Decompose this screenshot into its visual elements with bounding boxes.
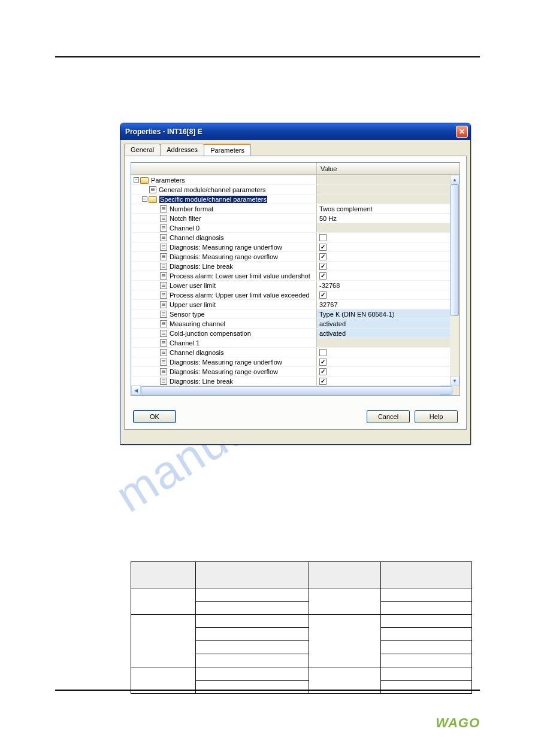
checkbox[interactable]: ✓ [319,368,327,375]
parameter-label-cell: Process alarm: Lower user limit value un… [131,271,317,280]
checkbox[interactable] [319,349,327,356]
parameter-label-cell: Measuring channel [131,319,317,328]
tree-specific-value [317,195,460,204]
parameter-value-cell[interactable]: Twos complement [317,204,460,213]
horizontal-scrollbar[interactable]: ◀ ▶ [131,385,460,395]
parameter-label: Notch filter [170,215,201,222]
tab-parameters[interactable]: Parameters [204,144,251,156]
parameter-row[interactable]: Diagnosis: Line break✓ [131,376,460,385]
parameter-row[interactable]: Channel 0 [131,223,460,232]
collapse-icon[interactable]: − [142,196,147,202]
parameter-row[interactable]: Diagnosis: Line break✓ [131,261,460,271]
parameter-value: 50 Hz [319,215,337,222]
tree-root-value [317,175,460,184]
tree-root-label: Parameters [151,177,185,184]
parameter-value-cell[interactable] [317,348,460,357]
checkbox[interactable] [319,234,327,241]
tab-addresses[interactable]: Addresses [160,144,204,156]
parameter-label: Channel diagnosis [170,234,224,241]
parameter-value-cell[interactable]: ✓ [317,357,460,366]
parameter-label: Diagnosis: Measuring range underflow [170,244,282,251]
scroll-thumb-h[interactable] [141,386,452,394]
parameter-label-cell: Diagnosis: Measuring range underflow [131,242,317,251]
parameter-label-cell: Diagnosis: Measuring range overflow [131,367,317,376]
parameter-value-cell[interactable]: 50 Hz [317,214,460,223]
checkbox[interactable]: ✓ [319,244,327,251]
parameter-value-cell[interactable]: ✓ [317,377,460,385]
parameter-row[interactable]: Diagnosis: Measuring range overflow✓ [131,251,460,261]
parameter-value-cell[interactable]: 32767 [317,300,460,309]
collapse-icon[interactable]: − [134,177,139,183]
parameter-value-cell[interactable]: ✓ [317,252,460,261]
scroll-up-icon[interactable]: ▲ [450,175,460,184]
checkbox[interactable]: ✓ [319,359,327,366]
tree-general-label: General module/channel parameters [159,186,266,193]
parameter-value-cell[interactable]: ✓ [317,242,460,251]
parameter-label: Diagnosis: Measuring range underflow [170,359,282,366]
parameter-row[interactable]: Channel diagnosis [131,347,460,357]
scroll-thumb[interactable] [451,184,459,316]
parameter-grid: Value − Parameters General module/channe… [131,162,460,396]
parameter-row[interactable]: Cold-junction compensationactivated [131,328,460,338]
document-icon [160,349,167,356]
checkbox[interactable]: ✓ [319,253,327,260]
parameter-label: Diagnosis: Line break [170,378,233,385]
parameter-label-cell: Diagnosis: Line break [131,262,317,271]
parameter-value-cell[interactable]: activated [317,319,460,328]
grid-header-value: Value [317,163,460,174]
parameter-row[interactable]: Process alarm: Lower user limit value un… [131,271,460,280]
parameter-value-cell[interactable]: activated [317,329,460,338]
parameter-value-cell[interactable]: ✓ [317,290,460,299]
parameter-row[interactable]: Measuring channelactivated [131,318,460,328]
properties-dialog: Properties - INT16[8] E ✕ General Addres… [120,123,471,445]
parameter-label: Diagnosis: Measuring range overflow [170,253,278,260]
tree-root[interactable]: − Parameters [131,175,460,184]
checkbox[interactable]: ✓ [319,272,327,280]
cancel-button[interactable]: Cancel [367,410,410,423]
parameter-value-cell[interactable]: -32768 [317,281,460,290]
document-icon [160,205,167,212]
scroll-left-icon[interactable]: ◀ [131,385,141,395]
parameter-label: Process alarm: Lower user limit value un… [170,272,310,280]
tree-specific-branch[interactable]: − Specific module/channel parameters [131,194,460,204]
parameter-row[interactable]: Diagnosis: Measuring range overflow✓ [131,366,460,376]
scroll-down-icon[interactable]: ▼ [450,376,460,385]
parameter-row[interactable]: Lower user limit-32768 [131,280,460,290]
wago-logo: WAGO [436,715,480,731]
parameter-row[interactable]: Channel 1 [131,338,460,347]
parameter-row[interactable]: Upper user limit32767 [131,299,460,309]
tab-panel-parameters: Value − Parameters General module/channe… [124,156,467,430]
document-icon [160,301,167,308]
checkbox[interactable]: ✓ [319,263,327,270]
parameter-label: Process alarm: Upper user limit value ex… [170,292,310,299]
parameter-label-cell: Number format [131,204,317,213]
help-button[interactable]: Help [415,410,458,423]
parameter-row[interactable]: Diagnosis: Measuring range underflow✓ [131,357,460,366]
parameter-row[interactable]: Number formatTwos complement [131,204,460,213]
parameter-label: Channel 1 [170,339,200,347]
scroll-track[interactable] [141,385,440,395]
ok-button[interactable]: OK [133,410,176,423]
parameter-row[interactable]: Notch filter50 Hz [131,213,460,223]
parameter-value-cell[interactable]: ✓ [317,367,460,376]
tab-row: General Addresses Parameters [124,144,467,156]
parameter-value: activated [319,330,346,337]
vertical-scrollbar[interactable]: ▲ ▼ [450,175,460,385]
checkbox[interactable]: ✓ [319,378,327,385]
parameter-value-cell[interactable]: ✓ [317,262,460,271]
parameter-row[interactable]: Sensor typeType K (DIN EN 60584-1) [131,309,460,318]
checkbox[interactable]: ✓ [319,292,327,299]
parameter-row[interactable]: Diagnosis: Measuring range underflow✓ [131,242,460,251]
document-icon [160,253,167,260]
parameter-value-cell[interactable]: Type K (DIN EN 60584-1) [317,309,460,318]
tree-general-branch[interactable]: General module/channel parameters [131,184,460,194]
parameter-value-cell[interactable] [317,233,460,242]
parameter-row[interactable]: Process alarm: Upper user limit value ex… [131,290,460,299]
titlebar[interactable]: Properties - INT16[8] E ✕ [120,123,470,140]
close-button[interactable]: ✕ [456,126,468,138]
parameter-label: Upper user limit [170,301,216,308]
parameter-value-cell[interactable]: ✓ [317,271,460,280]
parameter-row[interactable]: Channel diagnosis [131,232,460,242]
tab-general[interactable]: General [124,144,161,156]
document-icon [160,359,167,366]
